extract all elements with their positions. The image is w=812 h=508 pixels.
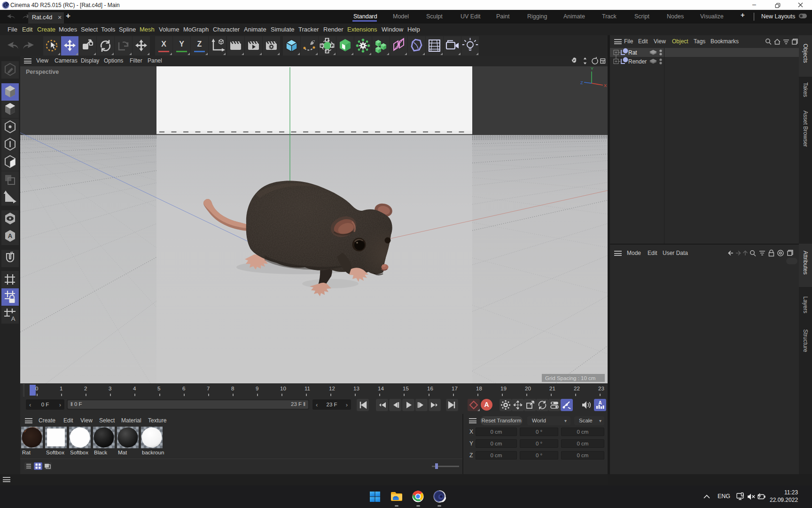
svg-text:Perspective: Perspective	[26, 69, 59, 75]
svg-text:A: A	[598, 400, 601, 405]
svg-text:X: X	[604, 83, 607, 88]
svg-text:Y: Y	[591, 66, 594, 71]
svg-text:A: A	[11, 315, 16, 322]
svg-text:Grid Spacing : 10 cm: Grid Spacing : 10 cm	[545, 375, 595, 381]
svg-text:Z: Z	[580, 80, 583, 85]
svg-text:A: A	[8, 232, 13, 239]
